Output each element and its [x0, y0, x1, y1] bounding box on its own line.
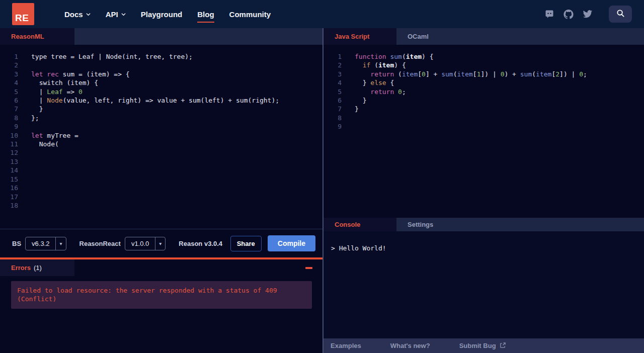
nav-item-api[interactable]: API [106, 10, 126, 19]
nav-item-label: API [106, 10, 118, 19]
line-number: 4 [324, 78, 342, 87]
nav-item-blog[interactable]: Blog [197, 10, 214, 19]
nav-item-community[interactable]: Community [229, 10, 271, 19]
bs-version-dropdown[interactable]: v6.3.2 ▾ [25, 237, 66, 250]
line-number: 14 [0, 166, 18, 174]
reason-code-editor[interactable]: 1type tree = Leaf | Node(int, tree, tree… [0, 45, 323, 229]
reason-logo[interactable]: RE [12, 3, 34, 25]
code-line: 6 } [324, 96, 644, 105]
external-link-icon [500, 342, 506, 350]
output-pane: Java Script OCaml 1function sum(item) {2… [324, 28, 644, 353]
line-number: 3 [324, 70, 342, 78]
line-number: 17 [0, 193, 18, 201]
tab-reasonml[interactable]: ReasonML [0, 28, 74, 45]
errors-count: (1) [34, 264, 42, 272]
share-button[interactable]: Share [230, 236, 262, 251]
playground-main: ReasonML 1type tree = Leaf | Node(int, t… [0, 28, 644, 353]
nav-item-playground[interactable]: Playground [141, 10, 183, 19]
line-number: 12 [0, 148, 18, 157]
line-number: 18 [0, 201, 18, 210]
javascript-code-view[interactable]: 1function sum(item) {2 if (item) {3 retu… [324, 45, 644, 216]
output-tabbar: Java Script OCaml [324, 28, 644, 45]
tab-console[interactable]: Console [324, 218, 396, 231]
code-line: 8}; [0, 114, 323, 122]
nav-item-docs[interactable]: Docs [64, 10, 91, 19]
code-line: 15 [0, 175, 323, 184]
code-line: 9 [324, 122, 644, 131]
code-line: 18 [0, 201, 323, 210]
line-number: 16 [0, 184, 18, 192]
line-number: 2 [0, 61, 18, 69]
line-number: 1 [0, 52, 18, 61]
navbar: RE Docs API Playground Blog Community [0, 0, 644, 28]
line-number: 8 [0, 114, 18, 122]
line-number: 9 [0, 122, 18, 131]
code-line: 1type tree = Leaf | Node(int, tree, tree… [0, 52, 323, 61]
line-number: 6 [324, 96, 342, 105]
code-line: 11 Node( [0, 140, 323, 148]
nav-item-label: Playground [141, 10, 183, 19]
code-line: 3let rec sum = (item) => { [0, 70, 323, 78]
search-icon [616, 9, 625, 20]
tab-javascript[interactable]: Java Script [324, 28, 396, 45]
line-number: 7 [324, 105, 342, 113]
line-number: 13 [0, 157, 18, 166]
code-line: 8 [324, 114, 644, 122]
chevron-down-icon [121, 12, 126, 17]
chevron-down-icon: ▾ [55, 237, 65, 250]
console-line: > Hello World! [331, 244, 386, 252]
reasonreact-version-dropdown[interactable]: v1.0.0 ▾ [125, 237, 166, 250]
code-line: 10let myTree = [0, 131, 323, 140]
reason-version-text: Reason v3.0.4 [179, 240, 222, 247]
tab-ocaml[interactable]: OCaml [396, 28, 440, 45]
code-line: 17 [0, 193, 323, 201]
playground-footer: Examples What's new? Submit Bug [324, 338, 644, 353]
minimize-errors-icon[interactable] [305, 267, 312, 269]
tab-settings[interactable]: Settings [396, 218, 444, 231]
code-line: 7} [324, 105, 644, 113]
code-line: 7 } [0, 105, 323, 113]
line-number: 8 [324, 114, 342, 122]
discord-icon[interactable] [544, 9, 554, 19]
twitter-icon[interactable] [583, 9, 593, 19]
line-number: 5 [324, 87, 342, 96]
reasonreact-label: ReasonReact [79, 240, 121, 247]
code-line: 12 [0, 148, 323, 157]
submit-bug-link[interactable]: Submit Bug [459, 342, 506, 350]
console-tabbar: Console Settings [324, 216, 644, 231]
line-number: 5 [0, 87, 18, 96]
nav-menu: Docs API Playground Blog Community [64, 10, 271, 19]
errors-title: Errors [11, 264, 31, 272]
line-number: 7 [0, 105, 18, 113]
nav-right [544, 6, 632, 23]
error-message: Failed to load resource: the server resp… [11, 281, 312, 309]
submit-bug-label: Submit Bug [459, 342, 496, 349]
github-icon[interactable] [564, 9, 574, 19]
bs-version-value: v6.3.2 [26, 240, 55, 247]
whats-new-link[interactable]: What's new? [390, 342, 430, 349]
examples-link[interactable]: Examples [331, 342, 361, 349]
code-line: 3 return (item[0] + sum(item[1]) | 0) + … [324, 70, 644, 78]
line-number: 9 [324, 122, 342, 131]
compile-toolbar: BS v6.3.2 ▾ ReasonReact v1.0.0 ▾ Reason … [0, 229, 323, 257]
bs-label: BS [12, 240, 21, 247]
line-number: 1 [324, 52, 342, 61]
line-number: 2 [324, 61, 342, 69]
line-number: 10 [0, 131, 18, 140]
tab-errors[interactable]: Errors (1) [0, 259, 74, 276]
code-line: 4 } else { [324, 78, 644, 87]
reasonreact-version-value: v1.0.0 [125, 240, 155, 247]
code-line: 2 if (item) { [324, 61, 644, 69]
code-line: 6 | Node(value, left, right) => value + … [0, 96, 323, 105]
nav-item-label: Community [229, 10, 271, 19]
line-number: 15 [0, 175, 18, 184]
code-line: 1function sum(item) { [324, 52, 644, 61]
line-number: 11 [0, 140, 18, 148]
compile-button[interactable]: Compile [268, 235, 315, 251]
code-line: 5 return 0; [324, 87, 644, 96]
nav-item-label: Blog [197, 10, 214, 19]
line-number: 3 [0, 70, 18, 78]
search-button[interactable] [609, 6, 632, 23]
chevron-down-icon: ▾ [155, 237, 165, 250]
code-line: 13 [0, 157, 323, 166]
